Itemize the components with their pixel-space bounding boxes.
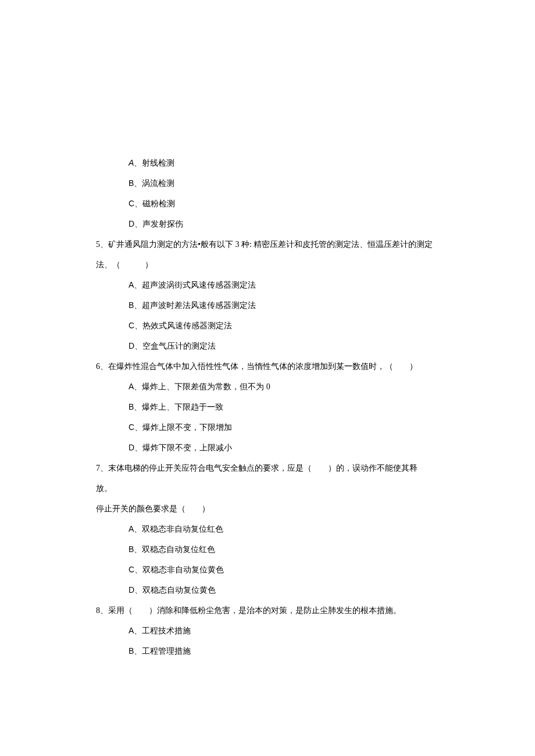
option-text: 、爆炸上、下限趋于一致: [134, 403, 223, 411]
q7-option-c: C、双稳态非自动复位黄色: [96, 564, 439, 576]
q6-option-c: C、爆炸上限不变，下限增加: [96, 421, 439, 433]
q4-option-d: D、声发射探伤: [96, 218, 439, 230]
option-letter: D: [129, 585, 134, 594]
q5-stem: 5、矿井通风阻力测定的方法•般有以下 3 种: 精密压差计和皮托管的测定法、恒温…: [96, 238, 439, 250]
option-text: 、空盒气压计的测定法: [134, 342, 216, 350]
option-letter: B: [129, 646, 134, 655]
q5-stem-continued: 法、（ ）: [96, 259, 439, 271]
option-letter: B: [129, 402, 134, 411]
q8-option-b: B、工程管理措施: [96, 645, 439, 657]
q5-option-c: C、热效式风速传感器测定法: [96, 320, 439, 332]
option-letter: A: [129, 382, 134, 391]
option-letter: B: [129, 178, 134, 188]
option-text: 、热效式风速传感器测定法: [134, 321, 232, 330]
q4-option-a: A、射线检测: [96, 157, 439, 169]
q4-option-c: C、磁粉检测: [96, 198, 439, 210]
option-letter: A: [129, 280, 134, 289]
document-page: A、射线检测 B、涡流检测 C、磁粉检测 D、声发射探伤 5、矿井通风阻力测定的…: [0, 0, 535, 756]
q8-stem: 8、采用（ ）消除和降低粉尘危害，是治本的对策，是防止尘肺发生的根本措施。: [96, 604, 439, 617]
option-letter: C: [129, 565, 134, 574]
option-letter: A: [129, 158, 134, 167]
option-letter: B: [129, 544, 134, 554]
option-letter: A: [129, 626, 134, 635]
option-text: 、双稳态自动复位红色: [134, 545, 215, 554]
option-letter: D: [129, 219, 134, 228]
option-text: 、双稳态非自动复位黄色: [134, 565, 224, 574]
option-letter: D: [129, 341, 134, 350]
q7-extra: 停止开关的颜色要求是（ ）: [96, 503, 439, 515]
option-text: 、爆炸上限不变，下限增加: [134, 423, 232, 432]
q6-option-d: D、爆炸下限不变，上限减小: [96, 442, 439, 454]
q6-stem: 6、在爆炸性混合气体中加入悟性性气体，当惰性气体的浓度增加到某一数值时，（ ）: [96, 360, 439, 372]
q4-option-b: B、涡流检测: [96, 177, 439, 189]
option-letter: C: [129, 422, 134, 432]
q5-option-b: B、超声波时差法风速传感器测定法: [96, 299, 439, 311]
q7-option-a: A、双稳态非自动复位红色: [96, 523, 439, 535]
q6-option-a: A、爆炸上、下限差值为常数，但不为 0: [96, 381, 439, 393]
option-letter: D: [129, 443, 134, 452]
option-text: 、超声波涡街式风速传感器测定法: [134, 281, 256, 289]
option-text: 、射线检测: [134, 159, 174, 167]
q8-option-a: A、工程技术措施: [96, 625, 439, 637]
option-text: 、爆炸下限不变，上限减小: [134, 443, 232, 452]
option-text: 、双稳态自动复位黄色: [134, 586, 216, 594]
q7-option-b: B、双稳态自动复位红色: [96, 543, 439, 556]
q7-stem-continued: 放。: [96, 482, 439, 495]
option-text: 、磁粉检测: [134, 199, 175, 208]
q5-option-d: D、空盒气压计的测定法: [96, 340, 439, 352]
q6-option-b: B、爆炸上、下限趋于一致: [96, 401, 439, 413]
option-text: 、超声波时差法风速传感器测定法: [134, 301, 256, 310]
q7-stem: 7、末体电梯的停止开关应符合电气安全触点的要求，应是（ ）的，误动作不能使其释: [96, 462, 439, 474]
option-text: 、双稳态非自动复位红色: [134, 525, 223, 533]
option-text: 、工程管理措施: [134, 647, 191, 655]
option-letter: C: [129, 321, 134, 330]
option-text: 、爆炸上、下限差值为常数，但不为 0: [134, 382, 270, 391]
option-text: 、涡流检测: [134, 179, 174, 188]
q7-option-d: D、双稳态自动复位黄色: [96, 584, 439, 596]
option-text: 、声发射探伤: [134, 220, 183, 228]
option-letter: A: [129, 524, 134, 533]
option-text: 、工程技术措施: [134, 626, 191, 635]
q5-option-a: A、超声波涡街式风速传感器测定法: [96, 279, 439, 291]
option-letter: B: [129, 300, 134, 310]
option-letter: C: [129, 199, 134, 208]
